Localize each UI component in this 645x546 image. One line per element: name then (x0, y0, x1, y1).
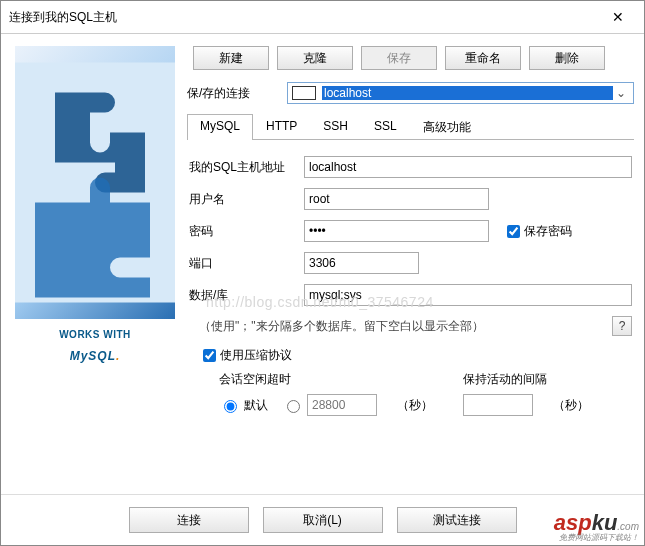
keepalive-label: 保持活动的间隔 (463, 371, 589, 388)
connect-button[interactable]: 连接 (129, 507, 249, 533)
tab-http[interactable]: HTTP (253, 114, 310, 140)
compress-label: 使用压缩协议 (220, 347, 292, 364)
compress-checkbox[interactable] (203, 349, 216, 362)
tab-mysql[interactable]: MySQL (187, 114, 253, 140)
rename-button[interactable]: 重命名 (445, 46, 521, 70)
idle-custom-radio[interactable] (287, 400, 300, 413)
save-button: 保存 (361, 46, 437, 70)
port-input[interactable] (304, 252, 419, 274)
user-input[interactable] (304, 188, 489, 210)
idle-default-label: 默认 (244, 397, 268, 414)
cancel-button[interactable]: 取消(L) (263, 507, 383, 533)
tab-ssl[interactable]: SSL (361, 114, 410, 140)
database-label: 数据/库 (189, 287, 304, 304)
tab-advanced[interactable]: 高级功能 (410, 114, 484, 140)
database-hint: （使用"；"来分隔多个数据库。留下空白以显示全部） (199, 318, 484, 335)
saved-connection-select[interactable]: localhost ⌄ (287, 82, 634, 104)
keepalive-seconds-unit: （秒） (553, 397, 589, 414)
user-label: 用户名 (189, 191, 304, 208)
idle-timeout-label: 会话空闲超时 (219, 371, 433, 388)
sidebar-image: WORKS WITH MySQL. (15, 46, 175, 376)
idle-seconds-unit: （秒） (397, 397, 433, 414)
help-button[interactable]: ? (612, 316, 632, 336)
delete-button[interactable]: 删除 (529, 46, 605, 70)
clone-button[interactable]: 克隆 (277, 46, 353, 70)
save-password-checkbox[interactable] (507, 225, 520, 238)
saved-connection-value: localhost (322, 86, 613, 100)
saved-connection-label: 保/存的连接 (187, 85, 287, 102)
database-input[interactable] (304, 284, 632, 306)
chevron-down-icon: ⌄ (613, 86, 629, 100)
new-button[interactable]: 新建 (193, 46, 269, 70)
window-title: 连接到我的SQL主机 (9, 9, 600, 26)
mysql-logo-text: MySQL (70, 349, 116, 363)
works-with-label: WORKS WITH (21, 329, 169, 340)
idle-default-radio[interactable] (224, 400, 237, 413)
tab-ssh[interactable]: SSH (310, 114, 361, 140)
idle-seconds-input[interactable] (307, 394, 377, 416)
test-connection-button[interactable]: 测试连接 (397, 507, 517, 533)
close-icon[interactable]: ✕ (600, 5, 636, 29)
password-input[interactable] (304, 220, 489, 242)
save-password-label: 保存密码 (524, 223, 572, 240)
password-label: 密码 (189, 223, 304, 240)
color-swatch (292, 86, 316, 100)
port-label: 端口 (189, 255, 304, 272)
watermark: aspku.com 免费网站源码下载站！ (554, 510, 639, 543)
keepalive-input[interactable] (463, 394, 533, 416)
host-label: 我的SQL主机地址 (189, 159, 304, 176)
host-input[interactable] (304, 156, 632, 178)
